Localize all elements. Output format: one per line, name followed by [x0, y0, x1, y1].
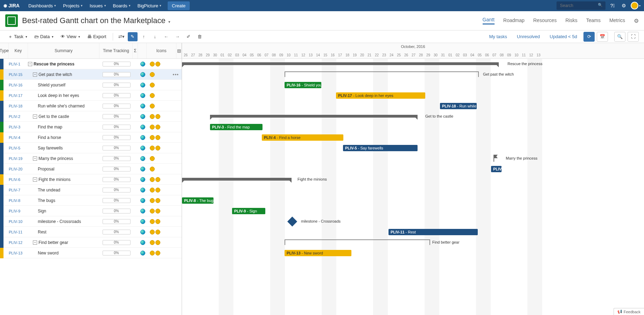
- nav-item[interactable]: BigPicture: [134, 0, 165, 11]
- create-button[interactable]: Create: [168, 1, 190, 10]
- data-button[interactable]: 🗁 Data: [31, 32, 56, 41]
- gantt-row[interactable]: Fight the minions: [182, 174, 644, 185]
- gantt-row[interactable]: PLIV-4 - Find a horse: [182, 132, 644, 143]
- issue-key[interactable]: PLIV-5: [9, 146, 28, 150]
- col-expand[interactable]: ▤: [176, 43, 182, 58]
- gantt-row[interactable]: PLIV-18 - Run while she's charmed: [182, 101, 644, 111]
- nav-item[interactable]: Issues: [86, 0, 110, 11]
- issue-key[interactable]: PLIV-8: [9, 198, 28, 203]
- more-icon[interactable]: •••: [173, 72, 179, 77]
- expand-icon[interactable]: −: [33, 177, 37, 182]
- gantt-summary-bar[interactable]: [182, 62, 499, 65]
- table-row[interactable]: PLIV-19 −Marry the princess 0%: [0, 153, 182, 164]
- milestone-diamond[interactable]: [287, 217, 297, 226]
- gantt-row[interactable]: PLIV -: [182, 164, 644, 174]
- gantt-bar[interactable]: PLIV-16 - Shield yourself: [285, 82, 321, 88]
- table-row[interactable]: PLIV-15 −Get past the witch 0% •••: [0, 69, 182, 80]
- gantt-row[interactable]: Rescue the princess: [182, 59, 644, 69]
- table-row[interactable]: PLIV-6 −Fight the minions 0%: [0, 174, 182, 185]
- table-row[interactable]: PLIV-1 −Rescue the princess 0%: [0, 59, 182, 69]
- gantt-summary-bar[interactable]: [182, 178, 292, 181]
- issue-key[interactable]: PLIV-4: [9, 135, 28, 140]
- table-row[interactable]: PLIV-20 Proposal 0%: [0, 164, 182, 174]
- table-row[interactable]: PLIV-8 The bugs 0%: [0, 195, 182, 206]
- expand-icon[interactable]: −: [33, 156, 37, 161]
- task-button[interactable]: ＋ Task: [5, 32, 30, 42]
- gantt-bar[interactable]: PLIV-5 - Say farewells: [343, 145, 418, 151]
- issue-key[interactable]: PLIV-13: [9, 251, 28, 255]
- gantt-bar[interactable]: PLIV-4 - Find a horse: [262, 134, 343, 141]
- filter-link[interactable]: Unresolved: [517, 34, 540, 39]
- gantt-row[interactable]: Marry the princess: [182, 153, 644, 164]
- issue-key[interactable]: PLIV-16: [9, 83, 28, 87]
- col-type[interactable]: Type: [0, 43, 9, 58]
- trash-icon[interactable]: 🗑: [195, 32, 205, 41]
- expand-icon[interactable]: −: [33, 72, 37, 77]
- arrow-up-icon[interactable]: ↑: [139, 32, 149, 41]
- arrow-right-icon[interactable]: →: [173, 32, 182, 41]
- issue-key[interactable]: PLIV-10: [9, 219, 28, 224]
- col-timetracking[interactable]: Time Tracking: [99, 43, 133, 58]
- issue-key[interactable]: PLIV-15: [9, 72, 28, 77]
- table-row[interactable]: PLIV-10 milestone - Crossroads 0%: [0, 216, 182, 227]
- arrow-down-icon[interactable]: ↓: [150, 32, 160, 41]
- col-icons[interactable]: Icons: [147, 43, 176, 58]
- table-row[interactable]: PLIV-4 Find a horse 0%: [0, 132, 182, 143]
- gantt-bar[interactable]: PLIV-3 - Find the map: [210, 124, 262, 130]
- issue-key[interactable]: PLIV-2: [9, 114, 28, 119]
- gantt-bar[interactable]: PLIV -: [491, 166, 502, 172]
- calendar-button[interactable]: 📅: [597, 32, 608, 42]
- nav-item[interactable]: Boards: [110, 0, 134, 11]
- page-title[interactable]: Best-rated Gantt chart on the Marketplac…: [22, 16, 170, 25]
- gantt-row[interactable]: milestone - Crossroads: [182, 216, 644, 227]
- gantt-row[interactable]: PLIV-16 - Shield yourself: [182, 80, 644, 90]
- table-row[interactable]: PLIV-18 Run while she's charmed 0%: [0, 101, 182, 111]
- tab-risks[interactable]: Risks: [565, 18, 577, 24]
- gantt-bar[interactable]: PLIV-11 - Rest: [388, 229, 478, 235]
- issue-key[interactable]: PLIV-1: [9, 62, 28, 66]
- gantt-row[interactable]: PLIV-9 - Sign: [182, 206, 644, 216]
- gantt-bar[interactable]: PLIV-13 - New sword: [285, 250, 351, 256]
- gantt-bar[interactable]: PLIV-8 - The bugs: [182, 197, 214, 204]
- issue-key[interactable]: PLIV-19: [9, 156, 28, 161]
- link-mode-icon[interactable]: ⇄▾: [117, 32, 126, 41]
- issue-key[interactable]: PLIV-11: [9, 230, 28, 234]
- nav-item[interactable]: Projects: [59, 0, 86, 11]
- tab-roadmap[interactable]: Roadmap: [503, 18, 525, 24]
- gantt-row[interactable]: PLIV-3 - Find the map: [182, 122, 644, 132]
- table-row[interactable]: PLIV-11 Rest 0%: [0, 227, 182, 237]
- table-row[interactable]: PLIV-13 New sword 0%: [0, 248, 182, 258]
- gantt-row[interactable]: [182, 185, 644, 195]
- gear-icon[interactable]: ⚙: [634, 18, 639, 24]
- gantt-row[interactable]: Get past the witch: [182, 69, 644, 80]
- user-avatar[interactable]: [631, 2, 640, 9]
- tab-resources[interactable]: Resources: [533, 18, 556, 24]
- export-button[interactable]: 🖶 Export: [84, 32, 109, 41]
- issue-key[interactable]: PLIV-3: [9, 125, 28, 129]
- col-summary[interactable]: Summary: [28, 43, 100, 58]
- help-icon[interactable]: ?⃝: [608, 1, 617, 10]
- search-toolbar-icon[interactable]: 🔍: [614, 32, 625, 42]
- gantt-row[interactable]: PLIV-5 - Say farewells: [182, 143, 644, 153]
- table-row[interactable]: PLIV-12 −Find better gear 0%: [0, 237, 182, 248]
- col-sigma[interactable]: Σ: [133, 43, 138, 58]
- gantt-row[interactable]: Find better gear: [182, 237, 644, 248]
- gantt-row[interactable]: PLIV-17 - Look deep in her eyes: [182, 90, 644, 101]
- gantt-row[interactable]: Get to the castle: [182, 111, 644, 122]
- issue-key[interactable]: PLIV-20: [9, 167, 28, 171]
- edit-mode-icon[interactable]: ✎: [128, 32, 138, 41]
- settings-icon[interactable]: ⚙: [620, 1, 628, 10]
- gantt-bar[interactable]: PLIV-9 - Sign: [232, 208, 265, 214]
- gantt-bracket[interactable]: [285, 71, 479, 76]
- issue-key[interactable]: PLIV-9: [9, 209, 28, 213]
- col-status[interactable]: [138, 43, 147, 58]
- search-input[interactable]: [556, 1, 606, 10]
- table-row[interactable]: PLIV-16 Shield yourself 0%: [0, 80, 182, 90]
- tab-gantt[interactable]: Gantt: [483, 17, 495, 24]
- expand-icon[interactable]: −: [33, 114, 37, 119]
- view-button[interactable]: 👁 View: [58, 32, 83, 41]
- gantt-bar[interactable]: PLIV-17 - Look deep in her eyes: [336, 92, 425, 99]
- filter-link[interactable]: Updated < 5d: [550, 34, 577, 39]
- table-row[interactable]: PLIV-5 Say farewells 0%: [0, 143, 182, 153]
- table-row[interactable]: PLIV-2 −Get to the castle 0%: [0, 111, 182, 122]
